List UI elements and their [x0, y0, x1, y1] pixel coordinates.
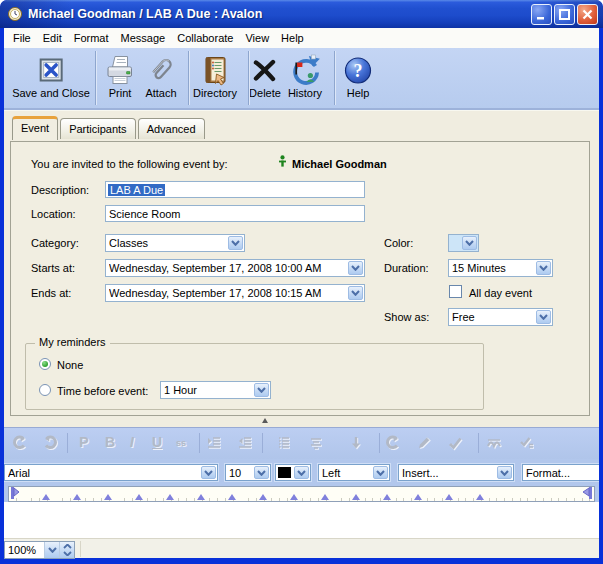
sign-icon[interactable]: [447, 434, 465, 452]
category-select[interactable]: Classes: [105, 234, 245, 252]
tab-stop-marker[interactable]: [259, 494, 267, 500]
chevron-down-icon[interactable]: [348, 261, 363, 275]
right-indent-marker[interactable]: [580, 487, 593, 502]
pen-icon[interactable]: [415, 434, 433, 452]
menu-format[interactable]: Format: [68, 29, 115, 47]
starts-at-select[interactable]: Wednesday, September 17, 2008 10:00 AM: [105, 259, 365, 277]
toolbar-save-and-close-button[interactable]: Save and Close: [12, 54, 90, 99]
toolbar-help-button[interactable]: ?Help: [342, 54, 375, 99]
show-as-select[interactable]: Free: [448, 308, 553, 326]
tab-advanced[interactable]: Advanced: [138, 118, 205, 139]
toolbar-history-button[interactable]: History: [288, 54, 322, 99]
description-input[interactable]: LAB A Due: [105, 181, 365, 198]
menu-view[interactable]: View: [239, 29, 275, 47]
tab-stop-marker[interactable]: [42, 494, 50, 500]
duration-select[interactable]: 15 Minutes: [448, 259, 553, 277]
menu-file[interactable]: File: [7, 29, 37, 47]
font-color-select[interactable]: [275, 464, 311, 481]
message-body[interactable]: [4, 502, 599, 538]
color-select[interactable]: [448, 234, 479, 252]
maximize-button[interactable]: [554, 4, 575, 25]
reminder-time-radio[interactable]: [39, 384, 51, 396]
insert-below-icon[interactable]: [347, 434, 365, 452]
ruler[interactable]: [8, 486, 595, 502]
tab-participants[interactable]: Participants: [60, 118, 135, 139]
replace-icon[interactable]: [485, 434, 503, 452]
toolbar-print-button[interactable]: Print: [104, 54, 137, 99]
reminder-none-radio[interactable]: [39, 358, 51, 370]
align-icon[interactable]: [307, 434, 325, 452]
duration-label: Duration:: [384, 262, 429, 274]
chevron-down-icon[interactable]: [373, 466, 388, 479]
toolbar-separator: [199, 433, 200, 453]
toolbar-separator: [379, 433, 380, 453]
tab-stop-marker[interactable]: [352, 494, 360, 500]
tab-stop-marker[interactable]: [414, 494, 422, 500]
undo-icon[interactable]: [10, 434, 28, 452]
reminder-time-select[interactable]: 1 Hour: [160, 381, 271, 399]
chevron-down-icon[interactable]: [536, 261, 551, 275]
chevron-down-icon[interactable]: [254, 383, 269, 397]
menu-help[interactable]: Help: [275, 29, 310, 47]
tab-stop-marker[interactable]: [166, 494, 174, 500]
print-icon: [104, 54, 137, 87]
ends-at-select[interactable]: Wednesday, September 17, 2008 10:15 AM: [105, 284, 365, 302]
font-size-select[interactable]: 10: [225, 464, 271, 481]
title-bar: Michael Goodman / LAB A Due : Avalon: [0, 0, 603, 28]
italic-icon[interactable]: I: [130, 434, 134, 450]
chevron-down-icon[interactable]: [44, 542, 59, 558]
font-family-select[interactable]: Arial: [4, 464, 218, 481]
chevron-down-icon[interactable]: [536, 310, 551, 324]
tab-stop-marker[interactable]: [383, 494, 391, 500]
splitter-handle[interactable]: [262, 418, 268, 423]
zoom-control[interactable]: 100%: [4, 541, 75, 559]
chevron-down-icon[interactable]: [462, 236, 477, 250]
spellcheck-icon[interactable]: [518, 434, 536, 452]
tab-stop-marker[interactable]: [135, 494, 143, 500]
toolbar-directory-button[interactable]: Directory: [193, 54, 237, 99]
chevron-down-icon[interactable]: [201, 466, 216, 479]
indent-icon[interactable]: [205, 434, 223, 452]
tab-stop-marker[interactable]: [197, 494, 205, 500]
paragraph-icon[interactable]: P: [79, 434, 88, 450]
format-select[interactable]: Format...: [522, 464, 599, 481]
chevron-down-icon[interactable]: [348, 286, 363, 300]
tab-event[interactable]: Event: [12, 116, 58, 140]
list-icon[interactable]: [275, 434, 293, 452]
toolbar-attach-button[interactable]: Attach: [145, 54, 178, 99]
tab-stop-marker[interactable]: [104, 494, 112, 500]
menu-edit[interactable]: Edit: [37, 29, 68, 47]
underline-icon[interactable]: U: [152, 434, 162, 450]
toolbar-button-label: Print: [104, 87, 137, 99]
outdent-icon[interactable]: [236, 434, 254, 452]
tab-stop-marker[interactable]: [321, 494, 329, 500]
tab-stop-marker[interactable]: [73, 494, 81, 500]
close-button[interactable]: [577, 4, 598, 25]
toolbar-delete-button[interactable]: Delete: [249, 54, 282, 99]
chevron-down-icon[interactable]: [497, 466, 512, 479]
all-day-checkbox[interactable]: [449, 285, 462, 298]
minimize-button[interactable]: [531, 4, 552, 25]
tab-stop-marker[interactable]: [228, 494, 236, 500]
rotate-icon[interactable]: [383, 434, 401, 452]
toolbar-separator: [95, 51, 96, 105]
zoom-spinner[interactable]: [59, 542, 74, 558]
style-icon[interactable]: ss: [176, 438, 186, 448]
chevron-down-icon[interactable]: [294, 466, 309, 479]
tab-stop-marker[interactable]: [445, 494, 453, 500]
tab-stop-marker[interactable]: [476, 494, 484, 500]
location-input[interactable]: Science Room: [105, 205, 365, 222]
align-select[interactable]: Left: [318, 464, 390, 481]
menu-message[interactable]: Message: [115, 29, 172, 47]
redo-icon[interactable]: [42, 434, 60, 452]
toolbar-button-label: Help: [342, 87, 375, 99]
tab-stop-marker[interactable]: [290, 494, 298, 500]
insert-select[interactable]: Insert...: [398, 464, 514, 481]
bold-icon[interactable]: B: [105, 434, 115, 450]
chevron-down-icon[interactable]: [254, 466, 269, 479]
left-indent-marker[interactable]: [10, 487, 21, 502]
attach-icon: [145, 54, 178, 87]
menu-collaborate[interactable]: Collaborate: [171, 29, 239, 47]
chevron-down-icon[interactable]: [228, 236, 243, 250]
status-bar: 100%: [4, 538, 599, 558]
